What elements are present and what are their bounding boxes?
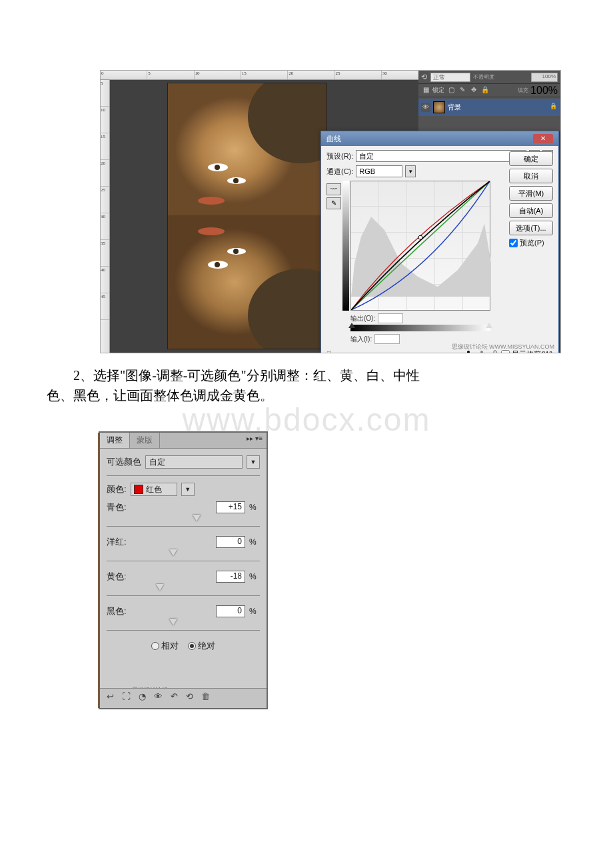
opacity-label: 不透明度 <box>473 73 494 81</box>
ruler-mark: 25 <box>334 71 381 79</box>
preset-label: 可选颜色 <box>107 456 141 468</box>
percent-label: % <box>249 503 260 512</box>
lock-position-icon[interactable]: ✥ <box>469 86 478 95</box>
slider-track[interactable] <box>107 585 260 596</box>
colors-label: 颜色: <box>107 483 127 495</box>
history-brush-icon[interactable]: ⟲ <box>421 73 430 81</box>
preset-select[interactable]: 自定 <box>145 455 243 469</box>
fill-value[interactable]: 100% <box>530 85 558 97</box>
preset-select[interactable]: 自定 <box>356 150 526 162</box>
auto-button[interactable]: 自动(A) <box>509 203 553 218</box>
preview-check-input[interactable] <box>509 239 518 247</box>
slider-thumb[interactable] <box>169 619 177 625</box>
photoshop-curves-screenshot: 0 5 10 15 20 25 30 5 10 15 20 25 30 35 4… <box>100 70 561 353</box>
percent-label: % <box>249 572 260 581</box>
curves-graph[interactable] <box>350 181 490 311</box>
black-point-slider[interactable] <box>348 323 355 328</box>
white-point-slider[interactable] <box>486 323 492 328</box>
output-value[interactable] <box>378 313 403 323</box>
return-to-list-icon[interactable]: ↩ <box>107 691 114 701</box>
radio-relative[interactable]: 相对 <box>151 640 179 652</box>
layers-icon: ▦ <box>421 86 430 95</box>
slider-value-input[interactable]: 0 <box>216 536 245 548</box>
slider-track[interactable] <box>107 620 260 631</box>
ruler-mark: 20 <box>101 160 109 187</box>
dialog-title: 曲线 <box>326 134 341 144</box>
ruler-mark: 15 <box>101 133 109 160</box>
lock-pixels-icon[interactable]: ✎ <box>458 86 467 95</box>
ok-button[interactable]: 确定 <box>509 151 553 166</box>
ruler-mark: 10 <box>195 71 241 79</box>
color-swatch-red <box>134 485 143 494</box>
toggle-visibility-icon[interactable]: 👁 <box>154 691 163 701</box>
slider-value-input[interactable]: 0 <box>216 605 245 617</box>
ruler-mark: 5 <box>101 80 109 107</box>
options-button[interactable]: 选项(T)... <box>509 221 553 235</box>
layers-panel: ⟲ 正常 不透明度 100% ▦ 锁定 ▢ ✎ ✥ 🔒 填充 100% 👁 背景… <box>418 71 560 131</box>
input-gradient <box>350 325 490 331</box>
svg-point-2 <box>418 235 422 239</box>
channel-label: 通道(C): <box>326 167 353 177</box>
edited-image <box>167 83 327 349</box>
slider-thumb[interactable] <box>156 584 164 591</box>
panel-tabs: 调整 蒙版 ▸▸ ▾≡ <box>100 433 267 449</box>
lock-transparency-icon[interactable]: ▢ <box>446 86 456 95</box>
blend-row: ⟲ 正常 不透明度 100% <box>418 71 560 84</box>
lock-all-icon[interactable]: 🔒 <box>480 86 490 95</box>
tab-adjustments[interactable]: 调整 <box>100 433 130 448</box>
lock-icon: 🔒 <box>548 103 558 112</box>
color-dropdown-arrow[interactable]: ▼ <box>181 483 195 496</box>
panel-footer: ↩ ⛶ ◔ 👁 ↶ ⟲ 🗑 <box>100 688 267 708</box>
layer-row[interactable]: 👁 背景 🔒 <box>418 99 560 116</box>
ruler-mark: 10 <box>101 107 109 133</box>
close-button[interactable]: ✕ <box>533 134 553 143</box>
output-label: 输出(O): <box>350 314 375 323</box>
tab-masks[interactable]: 蒙版 <box>130 433 160 448</box>
curve-pencil-tool[interactable]: ✎ <box>326 197 341 209</box>
slider-value-input[interactable]: -18 <box>216 571 245 583</box>
channel-select[interactable]: RGB <box>356 165 402 177</box>
visibility-eye-icon[interactable]: 👁 <box>421 103 430 112</box>
blend-mode-select[interactable]: 正常 <box>430 73 470 82</box>
slider-track[interactable] <box>107 516 260 527</box>
input-value[interactable] <box>374 334 400 344</box>
slider-label: 黑色: <box>107 605 133 617</box>
opacity-value[interactable]: 100% <box>531 73 558 82</box>
slider-group: 青色:+15% <box>107 501 260 527</box>
instruction-text: 2、选择"图像-调整-可选颜色"分别调整：红、黄、白、中性 色、黑色，让画面整体… <box>47 365 566 405</box>
cancel-button[interactable]: 取消 <box>509 169 553 183</box>
reset-icon[interactable]: ⟲ <box>186 691 193 701</box>
color-select[interactable]: 红色 <box>131 483 177 496</box>
slider-group: 黑色:0% <box>107 605 260 631</box>
lock-row: ▦ 锁定 ▢ ✎ ✥ 🔒 填充 100% <box>418 84 560 97</box>
ruler-vertical: 5 10 15 20 25 30 35 40 45 <box>101 80 110 353</box>
smooth-button[interactable]: 平滑(M) <box>509 186 553 201</box>
clip-to-layer-icon[interactable]: ◔ <box>139 691 146 701</box>
previous-state-icon[interactable]: ↶ <box>171 691 178 701</box>
ruler-mark: 20 <box>288 71 334 79</box>
channel-dropdown-arrow[interactable]: ▼ <box>405 165 416 177</box>
curve-point-tool[interactable]: 〰 <box>326 183 341 195</box>
panel-menu-icon[interactable]: ▾≡ <box>255 435 263 446</box>
ruler-mark: 40 <box>101 267 109 293</box>
preview-checkbox[interactable]: 预览(P) <box>509 238 553 248</box>
ruler-mark: 5 <box>147 71 194 79</box>
slider-value-input[interactable]: +15 <box>216 501 245 513</box>
layer-thumbnail[interactable] <box>433 101 445 113</box>
panel-collapse-icon[interactable]: ▸▸ <box>247 435 253 446</box>
curves-dialog: 曲线 ✕ 预设(R): 自定 ▼ ≡ 确定 取消 平滑(M) 自动(A) 选项(… <box>320 131 559 353</box>
ruler-mark: 45 <box>101 293 109 320</box>
delete-adjustment-icon[interactable]: 🗑 <box>201 691 210 701</box>
on-image-tool-icon[interactable]: ☟ <box>326 349 332 353</box>
slider-track[interactable] <box>107 551 260 561</box>
preset-label: 预设(R): <box>326 151 353 161</box>
slider-group: 黄色:-18% <box>107 571 260 596</box>
layer-name: 背景 <box>448 103 461 112</box>
radio-absolute[interactable]: 绝对 <box>188 640 215 652</box>
ruler-mark: 0 <box>101 71 147 79</box>
slider-thumb[interactable] <box>169 549 177 556</box>
expand-view-icon[interactable]: ⛶ <box>122 691 131 701</box>
dialog-title-bar[interactable]: 曲线 ✕ <box>321 131 558 146</box>
preset-dropdown-arrow[interactable]: ▼ <box>247 455 260 469</box>
slider-thumb[interactable] <box>193 515 201 521</box>
